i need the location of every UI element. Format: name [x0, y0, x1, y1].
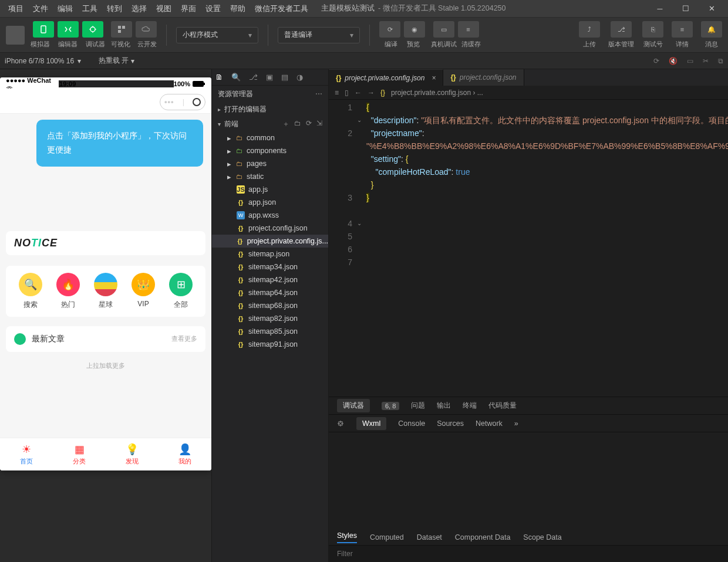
dev-tab-console[interactable]: Console — [398, 419, 425, 428]
cat-vip[interactable]: 👑VIP — [132, 273, 155, 310]
compile-dropdown[interactable]: 普通编译▾ — [278, 27, 360, 43]
bookmark-icon[interactable]: ▯ — [345, 89, 349, 97]
back-icon[interactable]: ← — [355, 89, 362, 97]
file-sitemap68[interactable]: {}sitemap68.json — [212, 299, 328, 312]
cat-search[interactable]: 🔍搜索 — [19, 273, 42, 310]
menu-wxdevtools[interactable]: 微信开发者工具 — [250, 0, 313, 18]
ext1-icon[interactable]: ▣ — [266, 73, 273, 82]
cat-all[interactable]: ⊞全部 — [169, 273, 193, 310]
file-sitemap64[interactable]: {}sitemap64.json — [212, 286, 328, 299]
dev-tab-sources[interactable]: Sources — [437, 419, 464, 428]
view-more[interactable]: 查看更多 — [171, 334, 197, 343]
code-area[interactable]: 1234567 ⌄⌄ { "description": "项目私有配置文件。此文… — [329, 100, 728, 397]
menu-project[interactable]: 项目 — [4, 0, 28, 18]
cut-icon[interactable]: ✂ — [703, 57, 709, 65]
simulator-toggle[interactable] — [33, 21, 54, 38]
file-sitemap[interactable]: {}sitemap.json — [212, 248, 328, 260]
dbg-tab-terminal[interactable]: 终端 — [463, 401, 477, 411]
float-icon[interactable]: ⧉ — [718, 57, 723, 65]
close-tab-icon[interactable]: × — [432, 74, 436, 82]
clear-cache-button[interactable]: ≡ — [458, 21, 479, 38]
ext3-icon[interactable]: ◑ — [296, 73, 303, 82]
dbg-tab-quality[interactable]: 代码质量 — [488, 401, 517, 411]
tab-me[interactable]: 👤我的 — [159, 438, 211, 470]
dev-tab-more-icon[interactable]: » — [514, 419, 518, 428]
git-tab-icon[interactable]: ⎇ — [249, 73, 258, 82]
refresh-icon[interactable]: ⟳ — [653, 57, 659, 65]
menu-file[interactable]: 文件 — [28, 0, 53, 18]
more-icon[interactable]: ⋯ — [315, 90, 322, 98]
new-folder-icon[interactable]: 🗀 — [294, 119, 301, 129]
menu-view[interactable]: 视图 — [151, 0, 176, 18]
menu-settings[interactable]: 设置 — [201, 0, 225, 18]
debugger-toggle[interactable] — [82, 21, 103, 38]
tab-config[interactable]: {}project.config.json — [443, 69, 524, 86]
tab-home[interactable]: ☀首页 — [0, 438, 53, 470]
cat-planet[interactable]: 星球 — [94, 273, 117, 310]
cloud-button[interactable] — [136, 21, 157, 38]
visual-button[interactable] — [111, 21, 132, 38]
tab-private-config[interactable]: {}project.private.config.json× — [329, 69, 443, 86]
menu-ui[interactable]: 界面 — [176, 0, 201, 18]
dev-tab-network[interactable]: Network — [476, 419, 503, 428]
remote-debug-button[interactable]: ▭ — [433, 21, 454, 38]
target-icon[interactable] — [193, 98, 201, 106]
mode-dropdown[interactable]: 小程序模式▾ — [176, 27, 258, 43]
version-button[interactable]: ⎇ — [611, 21, 632, 38]
editor-toggle[interactable] — [58, 21, 79, 38]
dev-tab-wxml[interactable]: Wxml — [356, 417, 386, 430]
hot-reload[interactable]: 热重载 开▾ — [99, 56, 134, 66]
file-sitemap85[interactable]: {}sitemap85.json — [212, 325, 328, 338]
cat-hot[interactable]: 🔥热门 — [56, 273, 80, 310]
dataset-tab[interactable]: Dataset — [417, 533, 442, 541]
menu-help[interactable]: 帮助 — [225, 0, 250, 18]
computed-tab[interactable]: Computed — [370, 533, 404, 541]
breadcrumb[interactable]: ≡ ▯ ← → {} project.private.config.json ›… — [329, 86, 728, 100]
folder-static[interactable]: ▸🗀static — [212, 170, 328, 183]
folder-pages[interactable]: ▸🗀pages — [212, 157, 328, 170]
maximize-button[interactable]: ☐ — [673, 0, 699, 18]
folder-components[interactable]: ▸🗀components — [212, 144, 328, 157]
file-project-config[interactable]: {}project.config.json — [212, 222, 328, 235]
file-sitemap34[interactable]: {}sitemap34.json — [212, 260, 328, 273]
compile-button[interactable]: ⟳ — [379, 21, 400, 38]
search-tab-icon[interactable]: 🔍 — [231, 73, 241, 82]
file-app-wxss[interactable]: Wapp.wxss — [212, 209, 328, 222]
tab-category[interactable]: ▦分类 — [53, 438, 106, 470]
file-sitemap82[interactable]: {}sitemap82.json — [212, 312, 328, 325]
dbg-tab-output[interactable]: 输出 — [437, 401, 451, 411]
avatar[interactable] — [6, 26, 25, 45]
refresh-tree-icon[interactable]: ⟳ — [306, 119, 312, 129]
dbg-tab-debugger[interactable]: 调试器 — [337, 399, 370, 412]
file-project-private[interactable]: {}project.private.config.js... — [212, 235, 328, 248]
file-app-json[interactable]: {}app.json — [212, 196, 328, 209]
tab-discover[interactable]: 💡发现 — [106, 438, 159, 470]
mute-icon[interactable]: 🔇 — [669, 57, 678, 65]
collapse-icon[interactable]: ⇲ — [316, 119, 322, 129]
list-icon[interactable]: ≡ — [335, 89, 339, 97]
root-folder[interactable]: ▾前端 ＋🗀⟳⇲ — [212, 117, 328, 131]
rotate-icon[interactable]: ▭ — [687, 57, 693, 65]
preview-button[interactable]: ◉ — [404, 21, 425, 38]
close-button[interactable]: ✕ — [699, 0, 724, 18]
explorer-tab-icon[interactable]: 🗎 — [215, 73, 223, 82]
messages-button[interactable]: 🔔 — [701, 21, 722, 38]
file-app-js[interactable]: JSapp.js — [212, 183, 328, 196]
open-editors-group[interactable]: ▸打开的编辑器 — [212, 102, 328, 117]
menu-edit[interactable]: 编辑 — [53, 0, 77, 18]
source-text[interactable]: { "description": "项目私有配置文件。此文件中的内容将覆盖 pr… — [365, 100, 728, 397]
file-sitemap91[interactable]: {}sitemap91.json — [212, 338, 328, 351]
capsule-button[interactable]: •••| — [160, 94, 205, 110]
fold-gutter[interactable]: ⌄⌄ — [357, 100, 365, 397]
ext2-icon[interactable]: ▤ — [281, 73, 288, 82]
inspect-icon[interactable]: ⯐ — [337, 419, 345, 428]
compdata-tab[interactable]: Component Data — [455, 533, 511, 541]
scopedata-tab[interactable]: Scope Data — [523, 533, 561, 541]
new-file-icon[interactable]: ＋ — [282, 119, 289, 129]
minimize-button[interactable]: ─ — [647, 0, 673, 18]
folder-common[interactable]: ▸🗀common — [212, 131, 328, 144]
fwd-icon[interactable]: → — [368, 89, 375, 97]
menu-goto[interactable]: 转到 — [102, 0, 127, 18]
file-sitemap42[interactable]: {}sitemap42.json — [212, 273, 328, 286]
upload-button[interactable]: ⤴ — [579, 21, 600, 38]
